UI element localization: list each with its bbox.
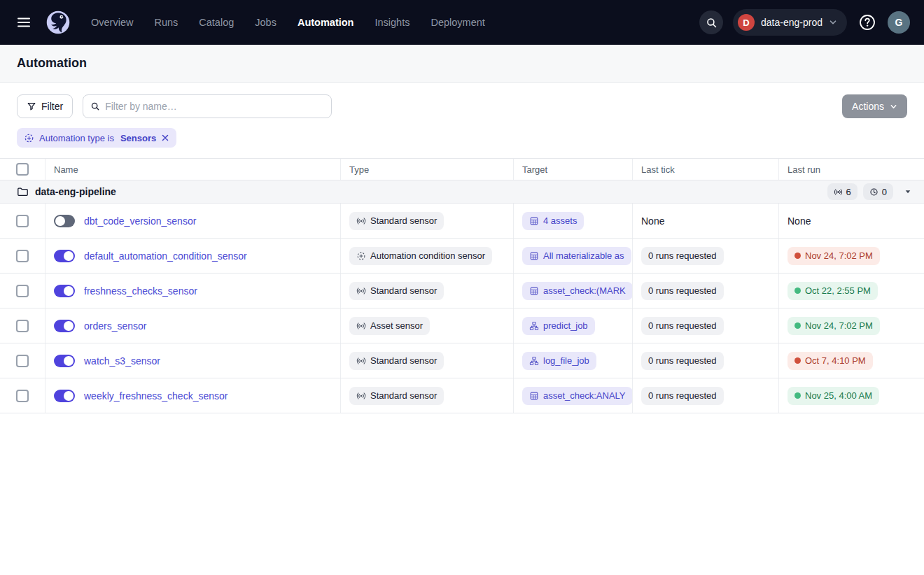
asset-icon bbox=[529, 286, 539, 296]
last-tick-badge: 0 runs requested bbox=[641, 282, 724, 300]
code-location-group-row[interactable]: data-eng-pipeline 6 0 bbox=[0, 180, 924, 204]
sensor-icon bbox=[356, 321, 366, 331]
row-checkbox[interactable] bbox=[16, 355, 29, 367]
table-row: orders_sensor Asset sensor predict_job 0… bbox=[0, 308, 924, 343]
last-run-value: None bbox=[788, 215, 811, 227]
nav-jobs[interactable]: Jobs bbox=[255, 17, 276, 28]
nav-insights[interactable]: Insights bbox=[374, 17, 410, 28]
table-row: default_automation_condition_sensor Auto… bbox=[0, 239, 924, 274]
job-icon bbox=[529, 321, 539, 331]
row-checkbox[interactable] bbox=[16, 250, 29, 262]
asset-icon bbox=[529, 216, 539, 226]
asset-icon bbox=[529, 251, 539, 261]
sensor-toggle[interactable] bbox=[54, 285, 75, 297]
sensor-type-badge: Standard sensor bbox=[349, 387, 444, 405]
target-link[interactable]: 4 assets bbox=[522, 212, 584, 230]
target-link[interactable]: asset_check:(MARK bbox=[522, 282, 632, 300]
nav-automation[interactable]: Automation bbox=[298, 17, 354, 28]
last-tick-value: None bbox=[641, 215, 664, 227]
sensor-name-link[interactable]: freshness_checks_sensor bbox=[84, 285, 197, 297]
page-header: Automation bbox=[0, 45, 924, 83]
target-link[interactable]: predict_job bbox=[522, 317, 595, 335]
column-header-last-tick: Last tick bbox=[632, 159, 778, 180]
deployment-avatar: D bbox=[738, 14, 755, 31]
deployment-name: data-eng-prod bbox=[761, 17, 822, 28]
nav-catalog[interactable]: Catalog bbox=[199, 17, 234, 28]
filter-button[interactable]: Filter bbox=[17, 94, 73, 118]
help-button[interactable] bbox=[857, 12, 878, 33]
filter-button-label: Filter bbox=[41, 101, 63, 112]
schedule-count: 0 bbox=[882, 187, 887, 197]
top-navbar: Overview Runs Catalog Jobs Automation In… bbox=[0, 0, 924, 45]
sensor-name-link[interactable]: weekly_freshness_check_sensor bbox=[84, 390, 227, 402]
job-icon bbox=[529, 356, 539, 366]
select-all-checkbox[interactable] bbox=[16, 163, 29, 176]
caret-down-icon[interactable] bbox=[904, 188, 911, 195]
last-run-link[interactable]: Oct 22, 2:55 PM bbox=[788, 282, 878, 300]
deployment-switcher[interactable]: D data-eng-prod bbox=[733, 9, 847, 36]
sensor-toggle[interactable] bbox=[54, 390, 75, 402]
sensor-toggle[interactable] bbox=[54, 320, 75, 332]
global-search-button[interactable] bbox=[699, 10, 723, 34]
table-header-row: Name Type Target Last tick Last run bbox=[0, 158, 924, 180]
sensor-toggle[interactable] bbox=[54, 250, 75, 262]
dagster-logo[interactable] bbox=[43, 8, 73, 37]
clock-icon bbox=[869, 187, 878, 197]
target-link[interactable]: log_file_job bbox=[522, 352, 596, 370]
last-run-link[interactable]: Nov 24, 7:02 PM bbox=[788, 247, 880, 265]
table-row: freshness_checks_sensor Standard sensor … bbox=[0, 274, 924, 308]
asset-icon bbox=[529, 391, 539, 401]
row-checkbox[interactable] bbox=[16, 320, 29, 332]
filter-tag-automation-type[interactable]: Automation type is Sensors bbox=[17, 128, 176, 148]
row-checkbox[interactable] bbox=[16, 285, 29, 297]
funnel-icon bbox=[27, 101, 36, 111]
automation-condition-icon bbox=[24, 133, 34, 143]
last-run-link[interactable]: Nov 24, 7:02 PM bbox=[788, 317, 880, 335]
sensor-type-badge: Asset sensor bbox=[349, 317, 430, 335]
last-run-link[interactable]: Oct 7, 4:10 PM bbox=[788, 352, 873, 370]
sensor-name-link[interactable]: orders_sensor bbox=[84, 320, 147, 332]
last-tick-badge: 0 runs requested bbox=[641, 317, 724, 335]
nav-overview[interactable]: Overview bbox=[91, 17, 133, 28]
run-status-dot bbox=[794, 288, 801, 294]
column-header-last-run: Last run bbox=[778, 159, 924, 180]
table-row: watch_s3_sensor Standard sensor log_file… bbox=[0, 343, 924, 378]
sensor-type-badge: Standard sensor bbox=[349, 352, 444, 370]
actions-button[interactable]: Actions bbox=[842, 94, 907, 118]
close-icon[interactable] bbox=[161, 134, 169, 142]
group-name: data-eng-pipeline bbox=[35, 186, 116, 197]
user-avatar[interactable]: G bbox=[888, 11, 910, 34]
row-checkbox[interactable] bbox=[16, 215, 29, 227]
target-link[interactable]: asset_check:ANALY bbox=[522, 387, 632, 405]
sensor-toggle[interactable] bbox=[54, 355, 75, 367]
last-tick-badge: 0 runs requested bbox=[641, 387, 724, 405]
run-status-dot bbox=[794, 392, 801, 399]
schedule-count-badge: 0 bbox=[863, 183, 893, 200]
sensor-name-link[interactable]: default_automation_condition_sensor bbox=[84, 250, 247, 262]
table-row: weekly_freshness_check_sensor Standard s… bbox=[0, 378, 924, 413]
target-link[interactable]: All materializable as bbox=[522, 247, 631, 265]
folder-icon bbox=[17, 186, 28, 197]
run-status-dot bbox=[794, 322, 801, 329]
help-icon bbox=[858, 13, 876, 31]
filter-tag-prefix: Automation type is bbox=[39, 133, 114, 143]
sensor-name-link[interactable]: watch_s3_sensor bbox=[84, 355, 160, 367]
last-tick-badge: 0 runs requested bbox=[641, 352, 724, 370]
automation-condition-icon bbox=[356, 251, 366, 261]
nav-runs[interactable]: Runs bbox=[154, 17, 178, 28]
sensor-icon bbox=[356, 391, 366, 401]
sensor-name-link[interactable]: dbt_code_version_sensor bbox=[84, 215, 196, 227]
name-filter-field bbox=[83, 94, 332, 118]
name-filter-input[interactable] bbox=[105, 101, 324, 112]
row-checkbox[interactable] bbox=[16, 390, 29, 402]
sensor-toggle[interactable] bbox=[54, 215, 75, 227]
toolbar: Filter Actions bbox=[0, 83, 924, 124]
sensor-count-badge: 6 bbox=[827, 183, 858, 200]
last-run-link[interactable]: Nov 25, 4:00 AM bbox=[788, 387, 879, 405]
select-all-cell bbox=[0, 159, 45, 180]
sensor-icon bbox=[356, 356, 366, 366]
sensor-icon bbox=[356, 286, 366, 296]
nav-deployment[interactable]: Deployment bbox=[430, 17, 484, 28]
active-filters-row: Automation type is Sensors bbox=[0, 124, 924, 158]
hamburger-menu-icon[interactable] bbox=[11, 10, 36, 35]
